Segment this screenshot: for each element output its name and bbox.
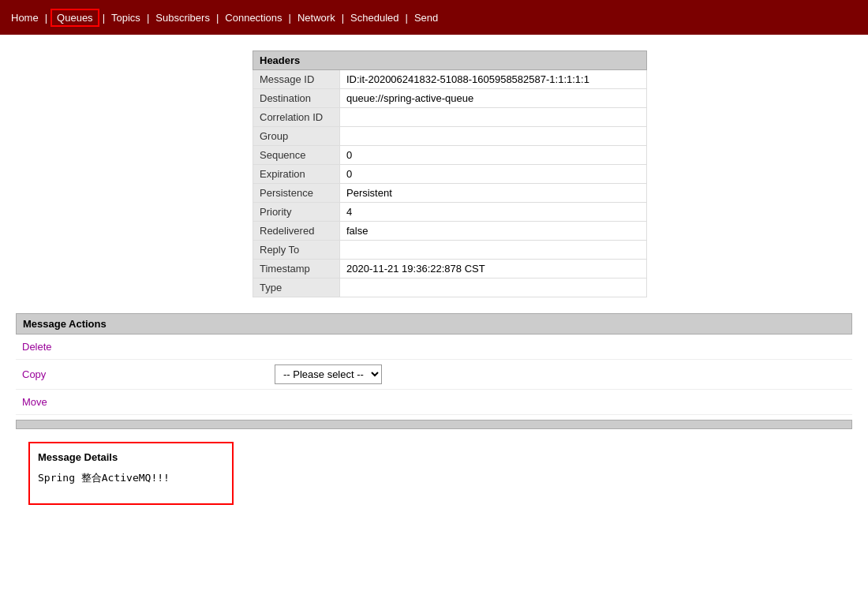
nav-subscribers[interactable]: Subscribers — [152, 10, 213, 25]
copy-destination-select[interactable]: -- Please select -- — [275, 364, 382, 384]
table-row: Timestamp2020-11-21 19:36:22:878 CST — [253, 260, 647, 278]
message-actions-section: Message Actions Delete Copy -- Please se… — [16, 313, 852, 415]
header-label: Correlation ID — [253, 108, 340, 127]
header-value — [340, 127, 647, 146]
message-details-title: Message Details — [38, 451, 224, 463]
nav-home[interactable]: Home — [8, 10, 42, 25]
headers-section: Headers Message IDID:it-202006241832-510… — [253, 50, 647, 297]
sep-6: | — [342, 12, 344, 24]
nav-scheduled[interactable]: Scheduled — [347, 10, 402, 25]
main-content: Headers Message IDID:it-202006241832-510… — [0, 35, 868, 525]
sep-4: | — [216, 12, 219, 24]
message-details-section-header — [16, 420, 852, 429]
header-label: Type — [253, 278, 340, 297]
header-value — [340, 278, 647, 297]
sep-3: | — [147, 12, 149, 24]
navbar: Home | Queues | Topics | Subscribers | C… — [0, 0, 868, 35]
sep-2: | — [103, 12, 105, 24]
table-row: Sequence0 — [253, 146, 647, 165]
header-value: Persistent — [340, 184, 647, 203]
copy-row: Copy -- Please select -- — [16, 360, 852, 390]
nav-topics[interactable]: Topics — [108, 10, 144, 25]
header-label: Destination — [253, 89, 340, 108]
header-label: Group — [253, 127, 340, 146]
header-label: Expiration — [253, 165, 340, 184]
header-label: Priority — [253, 203, 340, 222]
nav-queues[interactable]: Queues — [51, 9, 99, 27]
nav-connections[interactable]: Connections — [222, 10, 285, 25]
nav-send[interactable]: Send — [411, 10, 441, 25]
header-label: Reply To — [253, 241, 340, 260]
table-row: Reply To — [253, 241, 647, 260]
table-row: Priority4 — [253, 203, 647, 222]
message-actions-header: Message Actions — [16, 313, 852, 335]
table-row: Redeliveredfalse — [253, 222, 647, 241]
sep-7: | — [406, 12, 408, 24]
header-value: 2020-11-21 19:36:22:878 CST — [340, 260, 647, 278]
table-row: Correlation ID — [253, 108, 647, 127]
header-value: queue://spring-active-queue — [340, 89, 647, 108]
message-details-box: Message Details Spring 整合ActiveMQ!!! — [28, 442, 234, 505]
headers-title: Headers — [253, 51, 647, 70]
header-value — [340, 241, 647, 260]
header-label: Persistence — [253, 184, 340, 203]
header-label: Timestamp — [253, 260, 340, 278]
header-value: ID:it-202006241832-51088-1605958582587-1… — [340, 70, 647, 89]
table-row: Type — [253, 278, 647, 297]
message-details-section: Message Details Spring 整合ActiveMQ!!! — [16, 420, 852, 518]
header-value: false — [340, 222, 647, 241]
table-row: Group — [253, 127, 647, 146]
sep-1: | — [45, 12, 47, 24]
header-value: 4 — [340, 203, 647, 222]
header-label: Redelivered — [253, 222, 340, 241]
table-row: Expiration0 — [253, 165, 647, 184]
header-label: Sequence — [253, 146, 340, 165]
copy-link[interactable]: Copy — [22, 368, 69, 380]
message-details-content: Spring 整合ActiveMQ!!! — [38, 471, 224, 485]
header-value: 0 — [340, 146, 647, 165]
table-row: Destinationqueue://spring-active-queue — [253, 89, 647, 108]
header-value: 0 — [340, 165, 647, 184]
move-link[interactable]: Move — [22, 396, 69, 408]
table-row: PersistencePersistent — [253, 184, 647, 203]
sep-5: | — [289, 12, 291, 24]
delete-link[interactable]: Delete — [22, 341, 69, 353]
nav-network[interactable]: Network — [294, 10, 339, 25]
move-row: Move — [16, 390, 852, 415]
headers-table: Headers Message IDID:it-202006241832-510… — [253, 50, 647, 297]
header-label: Message ID — [253, 70, 340, 89]
table-row: Message IDID:it-202006241832-51088-16059… — [253, 70, 647, 89]
delete-row: Delete — [16, 335, 852, 360]
header-value — [340, 108, 647, 127]
